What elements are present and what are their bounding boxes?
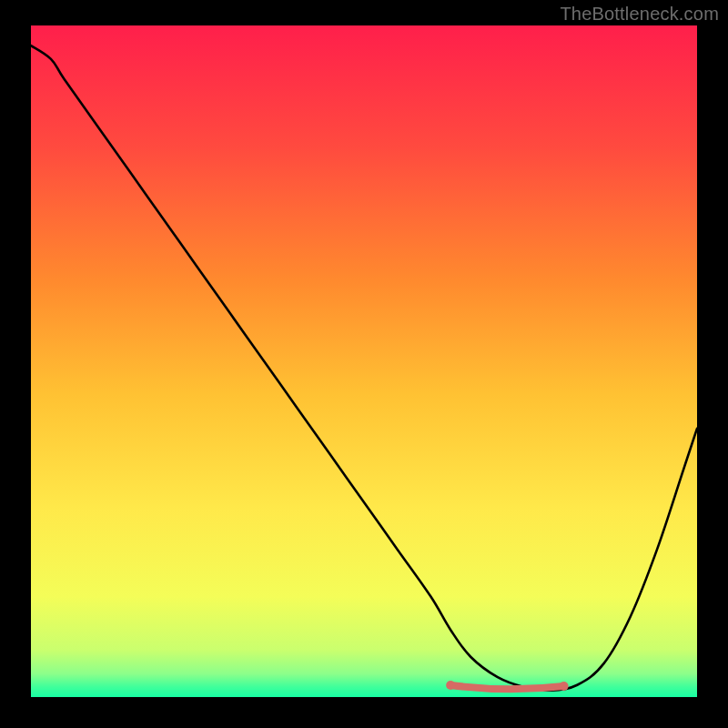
chart-gradient-bg xyxy=(31,25,697,697)
bottleneck-chart xyxy=(31,25,697,697)
optimal-range-highlight xyxy=(450,685,563,689)
optimal-range-end-dot xyxy=(560,682,569,691)
chart-frame: TheBottleneck.com xyxy=(0,0,728,728)
watermark-text: TheBottleneck.com xyxy=(560,4,719,25)
optimal-range-start-dot xyxy=(446,681,455,690)
plot-area xyxy=(31,25,697,697)
